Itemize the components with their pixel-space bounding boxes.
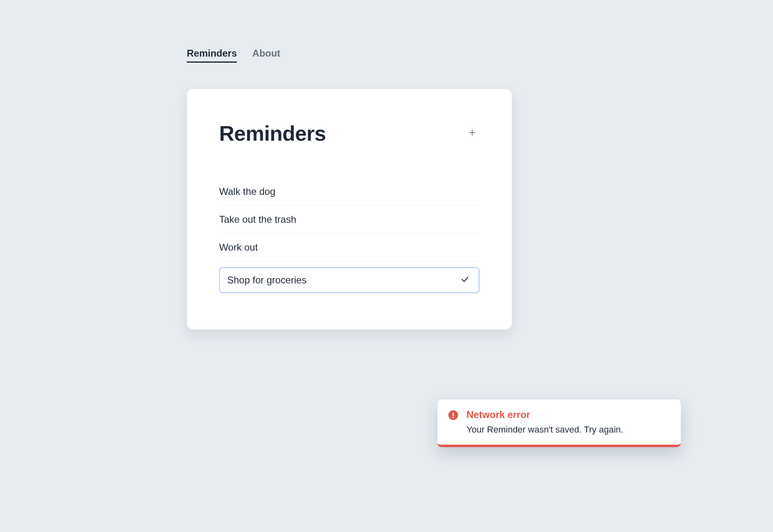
toast-title: Network error xyxy=(467,409,670,420)
toast-body: Network error Your Reminder wasn't saved… xyxy=(467,409,670,435)
new-reminder-input[interactable] xyxy=(227,274,454,286)
error-toast: Network error Your Reminder wasn't saved… xyxy=(437,399,681,447)
card-title: Reminders xyxy=(219,121,326,146)
tab-about[interactable]: About xyxy=(252,48,280,61)
check-icon xyxy=(460,275,469,285)
svg-rect-3 xyxy=(452,412,454,416)
list-item[interactable]: Walk the dog xyxy=(219,178,479,206)
plus-icon xyxy=(468,128,477,139)
list-item[interactable]: Take out the trash xyxy=(219,206,479,234)
toast-message: Your Reminder wasn't saved. Try again. xyxy=(467,424,670,435)
new-reminder-row xyxy=(219,267,479,293)
top-nav: Reminders About xyxy=(187,48,280,63)
svg-point-4 xyxy=(452,417,454,418)
tab-reminders[interactable]: Reminders xyxy=(187,48,237,63)
add-reminder-button[interactable] xyxy=(465,126,479,141)
list-item[interactable]: Work out xyxy=(219,234,479,262)
confirm-reminder-button[interactable] xyxy=(458,274,471,287)
reminders-list: Walk the dog Take out the trash Work out xyxy=(219,178,479,293)
card-header: Reminders xyxy=(219,121,479,146)
reminders-card: Reminders Walk the dog Take out the tras… xyxy=(187,89,512,329)
error-icon xyxy=(448,410,458,422)
